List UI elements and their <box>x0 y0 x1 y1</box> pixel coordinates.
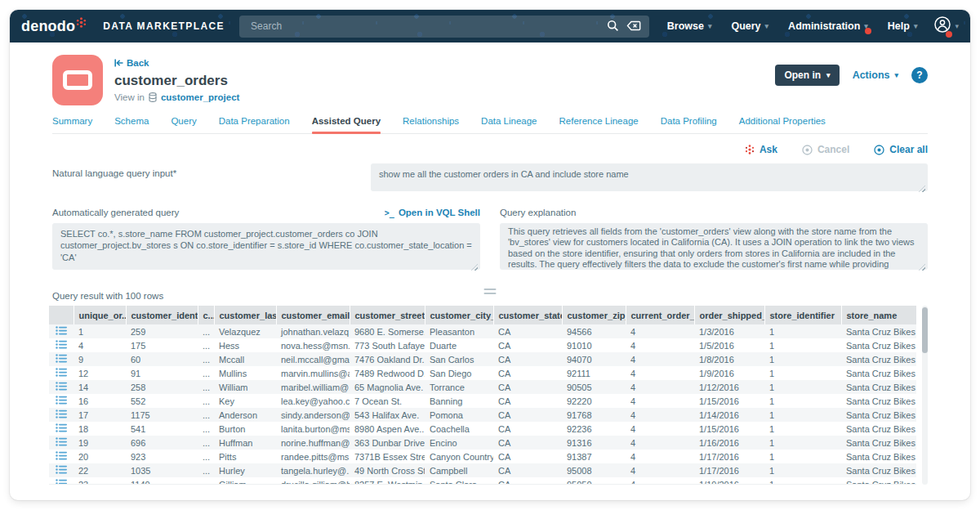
table-cell: Mullins <box>214 366 276 380</box>
table-cell: Santa Cruz Bikes <box>841 394 916 408</box>
table-cell: 1/9/2016 <box>694 366 764 380</box>
chevron-down-icon: ▾ <box>955 23 959 30</box>
table-row: 16552...Keylea.key@yahoo.c...7 Ocean St.… <box>49 394 916 408</box>
column-header-customer-state[interactable]: customer_state... <box>493 306 562 324</box>
table-cell: San Diego <box>425 366 493 380</box>
row-menu-icon[interactable] <box>49 352 74 366</box>
notification-dot <box>865 28 871 34</box>
table-cell: 1035 <box>126 463 198 477</box>
column-header-c[interactable]: c... <box>198 306 214 324</box>
panel-resize-handle-icon[interactable] <box>484 289 497 297</box>
tab-assisted-query[interactable]: Assisted Query <box>312 116 381 133</box>
menu-help[interactable]: Help▾ <box>888 20 918 32</box>
table-cell: 363 Dunbar Drive <box>350 436 425 450</box>
back-button[interactable]: Back <box>114 58 149 68</box>
column-header-customer-identi[interactable]: customer_identi... <box>126 306 198 324</box>
ask-button[interactable]: Ask <box>745 144 777 155</box>
search-icon[interactable] <box>607 20 619 35</box>
generated-query-textarea[interactable] <box>52 223 480 270</box>
table-cell: ... <box>198 450 214 463</box>
table-cell: 92220 <box>562 394 626 408</box>
tab-additional-properties[interactable]: Additional Properties <box>739 116 826 133</box>
top-navbar: denodo DATA MARKETPLACE <box>10 10 970 42</box>
table-row: 960...Mccallneil.mccall@gmai...7476 Oakl… <box>49 352 916 366</box>
table-cell: Gilliam <box>214 477 276 485</box>
table-cell: 12 <box>74 366 126 380</box>
table-row: 19696...Huffmannorine.huffman@...363 Dun… <box>49 436 916 450</box>
table-cell: 1 <box>764 408 841 422</box>
assisted-query-toolbar: Ask Cancel Clear all <box>52 142 928 157</box>
column-header-store-identifier[interactable]: store_identifier <box>764 306 841 324</box>
tab-relationships[interactable]: Relationships <box>403 116 459 133</box>
tab-schema[interactable]: Schema <box>114 116 149 133</box>
query-explanation-textarea[interactable] <box>500 223 928 270</box>
search-input[interactable] <box>239 16 649 38</box>
table-cell: Santa Cruz Bikes <box>841 380 916 394</box>
menu-query[interactable]: Query▾ <box>731 20 768 32</box>
column-header-customer-email[interactable]: customer_email... <box>276 306 350 324</box>
table-row: 1259...Velazquezjohnathan.velazq...9680 … <box>49 324 916 338</box>
table-cell: randee.pitts@ms... <box>276 450 350 463</box>
menu-administration[interactable]: Administration▾ <box>788 20 868 32</box>
tab-summary[interactable]: Summary <box>52 116 92 133</box>
table-row: 18541...Burtonlanita.burton@ms...8980 As… <box>49 422 916 436</box>
table-cell: 1/19/2016 <box>694 477 764 485</box>
cancel-button[interactable]: Cancel <box>802 144 849 155</box>
menu-browse[interactable]: Browse▾ <box>667 20 712 32</box>
row-menu-icon[interactable] <box>49 394 74 408</box>
table-header-row: unique_or...customer_identi...c...custom… <box>49 306 916 324</box>
row-menu-icon[interactable] <box>49 338 74 352</box>
table-cell: 92111 <box>562 366 626 380</box>
open-in-button[interactable]: Open in ▾ <box>775 65 839 86</box>
denodo-logo[interactable]: denodo <box>21 18 87 34</box>
tab-data-profiling[interactable]: Data Profiling <box>661 116 717 133</box>
table-cell: 92236 <box>562 422 626 436</box>
table-scrollbar[interactable] <box>922 306 928 485</box>
clear-all-button[interactable]: Clear all <box>874 144 928 155</box>
table-cell: Santa Cruz Bikes <box>841 352 916 366</box>
table-cell: 259 <box>126 324 198 338</box>
column-header-customer-city-l[interactable]: customer_city_l... <box>425 306 493 324</box>
table-cell: Coachella <box>425 422 493 436</box>
column-header-order-shipped[interactable]: order_shipped_... <box>694 306 764 324</box>
table-cell: CA <box>493 366 562 380</box>
clear-search-icon[interactable] <box>626 20 641 34</box>
table-cell: lanita.burton@ms... <box>276 422 350 436</box>
nl-query-input[interactable] <box>371 163 928 191</box>
column-header-customer-last[interactable]: customer_last_... <box>214 306 276 324</box>
clear-all-icon <box>874 145 884 155</box>
table-cell: CA <box>493 436 562 450</box>
table-scrollbar-thumb[interactable] <box>922 307 928 353</box>
table-cell: Santa Clara <box>425 477 493 485</box>
table-cell: ... <box>198 463 214 477</box>
actions-button[interactable]: Actions ▾ <box>853 69 898 81</box>
column-header-customer-zip-c[interactable]: customer_zip_c... <box>562 306 626 324</box>
row-menu-icon[interactable] <box>49 380 74 394</box>
row-menu-icon[interactable] <box>49 477 74 485</box>
table-cell: Key <box>214 394 276 408</box>
row-menu-icon[interactable] <box>49 422 74 436</box>
table-cell: CA <box>493 463 562 477</box>
row-menu-icon[interactable] <box>49 436 74 450</box>
query-explanation-label: Query explanation <box>500 208 576 217</box>
project-link[interactable]: customer_project <box>161 92 240 102</box>
table-cell: Hess <box>214 338 276 352</box>
row-menu-icon[interactable] <box>49 463 74 477</box>
row-menu-icon[interactable] <box>49 408 74 422</box>
column-header-store-name[interactable]: store_name <box>841 306 916 324</box>
tab-data-preparation[interactable]: Data Preparation <box>219 116 290 133</box>
column-header-current-order-s[interactable]: current_order_s... <box>626 306 694 324</box>
user-menu[interactable]: ▾ <box>933 16 959 37</box>
page-title: customer_orders <box>114 73 239 89</box>
table-cell: 1/17/2016 <box>694 450 764 463</box>
row-menu-icon[interactable] <box>49 324 74 338</box>
row-menu-icon[interactable] <box>49 366 74 380</box>
tab-data-lineage[interactable]: Data Lineage <box>481 116 537 133</box>
help-button[interactable]: ? <box>911 67 928 83</box>
open-vql-shell-link[interactable]: >_ Open in VQL Shell <box>385 208 480 217</box>
column-header-customer-street[interactable]: customer_street... <box>350 306 425 324</box>
column-header-unique-or[interactable]: unique_or... <box>74 306 126 324</box>
row-menu-icon[interactable] <box>49 450 74 463</box>
tab-query[interactable]: Query <box>171 116 196 133</box>
tab-reference-lineage[interactable]: Reference Lineage <box>559 116 639 133</box>
